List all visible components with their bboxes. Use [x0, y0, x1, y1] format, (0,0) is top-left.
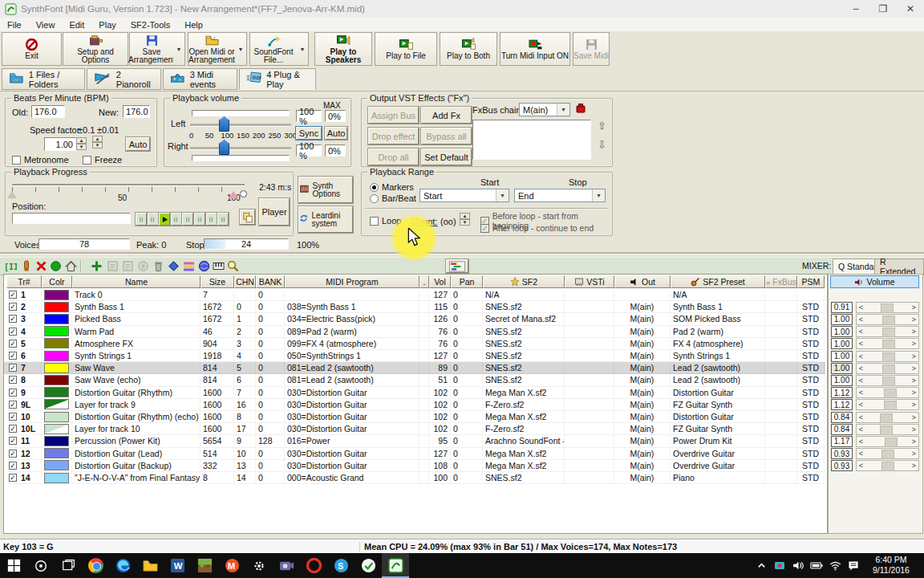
cell-pan[interactable]: 0: [451, 374, 483, 386]
synthfont-icon[interactable]: [382, 553, 409, 578]
track-color-swatch[interactable]: [44, 351, 69, 361]
table-row[interactable]: ✓9Distortion Guitar (Rhythm)160070030=Di…: [4, 387, 825, 399]
cell-chn[interactable]: [234, 289, 256, 301]
track-color-swatch[interactable]: [44, 460, 69, 470]
mixer-volume-value[interactable]: 1.00: [831, 314, 853, 325]
mixer-volume-slider[interactable]: <>: [856, 375, 919, 386]
cell-name[interactable]: Picked Bass: [72, 313, 201, 325]
delete-icon[interactable]: [34, 259, 48, 273]
cell-pan[interactable]: 0: [451, 313, 483, 325]
cell-num[interactable]: ✓7: [6, 362, 42, 374]
track-color-swatch[interactable]: [44, 448, 69, 458]
cell-dot[interactable]: [419, 289, 429, 301]
trash-icon[interactable]: [152, 259, 165, 273]
cell-psm[interactable]: STD: [797, 374, 825, 386]
cell-name[interactable]: Distortion Guitar (Lead): [72, 448, 201, 460]
cell-preset[interactable]: Distortion Guitar: [671, 411, 765, 423]
cell-chn[interactable]: 8: [234, 411, 256, 423]
cell-vol[interactable]: 51: [429, 374, 451, 386]
cell-num[interactable]: ✓13: [6, 460, 42, 472]
transport-button-1[interactable]: [136, 213, 147, 226]
mixer-volume-value[interactable]: 1.00: [831, 338, 853, 349]
progress-end-marker[interactable]: [229, 186, 238, 198]
slider-right-arrow-icon[interactable]: >: [910, 376, 918, 385]
cell-bank[interactable]: 0: [256, 362, 285, 374]
cell-preset[interactable]: FZ Guitar Synth: [671, 423, 765, 435]
cell-psm[interactable]: STD: [797, 399, 825, 411]
battery-icon[interactable]: [810, 560, 823, 572]
cell-chn[interactable]: 5: [234, 362, 256, 374]
slider-right-arrow-icon[interactable]: >: [910, 400, 918, 409]
cell-chn[interactable]: 13: [234, 460, 256, 472]
column-header-size[interactable]: Size: [201, 275, 234, 288]
slider-thumb[interactable]: [882, 340, 895, 349]
cell-vol[interactable]: 127: [429, 350, 451, 362]
cell-color[interactable]: [42, 448, 72, 460]
cell-pan[interactable]: 0: [451, 435, 483, 447]
transport-button-6[interactable]: [194, 213, 205, 226]
cell-vsti[interactable]: [565, 435, 614, 447]
cell-size[interactable]: 814: [201, 374, 234, 386]
cell-preset[interactable]: Piano: [671, 472, 765, 484]
cell-vol[interactable]: 76: [429, 338, 451, 350]
cell-vol[interactable]: 76: [429, 326, 451, 338]
camera-icon[interactable]: [273, 553, 300, 578]
cell-fxbus[interactable]: [765, 399, 797, 411]
slider-right-arrow-icon[interactable]: >: [910, 461, 918, 470]
toolbar-dropdown-arrow-icon[interactable]: ▼: [173, 32, 185, 66]
mixer-volume-value[interactable]: 0.84: [831, 424, 853, 435]
cell-num[interactable]: ✓6: [6, 350, 42, 362]
position-field[interactable]: [12, 213, 131, 224]
menu-play[interactable]: Play: [91, 19, 123, 31]
cell-vol[interactable]: 115: [429, 301, 451, 313]
cell-fxbus[interactable]: [765, 435, 797, 447]
cell-size[interactable]: 7: [201, 289, 234, 301]
cell-vol[interactable]: 102: [429, 387, 451, 399]
chrome-icon[interactable]: [82, 553, 109, 578]
slider-left-arrow-icon[interactable]: <: [857, 315, 865, 324]
event-list-toggle-icon[interactable]: [446, 259, 468, 273]
cell-vol[interactable]: 127: [429, 448, 451, 460]
blue-app-icon[interactable]: S: [327, 553, 355, 578]
slider-left-arrow-icon[interactable]: <: [857, 352, 865, 361]
track-color-swatch[interactable]: [44, 473, 69, 483]
cell-dot[interactable]: [419, 411, 429, 423]
cell-color[interactable]: [42, 350, 72, 362]
mixer-volume-slider[interactable]: <>: [856, 436, 919, 447]
layers-icon[interactable]: [182, 259, 196, 273]
cell-program[interactable]: 081=Lead 2 (sawtooth): [285, 374, 419, 386]
cell-num[interactable]: ✓11: [6, 435, 42, 447]
menu-help[interactable]: Help: [177, 19, 210, 31]
cell-preset[interactable]: Distortion Guitar: [671, 387, 765, 399]
count-spinner[interactable]: ▲▼: [460, 213, 470, 226]
cell-num[interactable]: ✓9L: [6, 399, 42, 411]
cell-num[interactable]: ✓1: [6, 289, 42, 301]
cell-pan[interactable]: 0: [451, 399, 483, 411]
wifi-icon[interactable]: [829, 560, 841, 572]
cell-psm[interactable]: STD: [797, 338, 825, 350]
cell-color[interactable]: [42, 338, 72, 350]
track-color-swatch[interactable]: [44, 326, 69, 336]
explorer-icon[interactable]: [136, 553, 164, 578]
cell-chn[interactable]: 10: [234, 448, 256, 460]
cell-chn[interactable]: 17: [234, 423, 256, 435]
cell-vsti[interactable]: [565, 326, 614, 338]
cell-dot[interactable]: [419, 423, 429, 435]
row-checkbox[interactable]: ✓: [9, 303, 17, 311]
cell-sf2[interactable]: N/A: [483, 289, 565, 301]
cell-pan[interactable]: 0: [451, 338, 483, 350]
mixer-volume-value[interactable]: 1.00: [831, 351, 853, 362]
table-row[interactable]: ✓1Track 0701270N/AN/A: [4, 289, 825, 301]
cell-bank[interactable]: 0: [256, 460, 285, 472]
cell-color[interactable]: [42, 362, 72, 374]
cell-pan[interactable]: 0: [451, 301, 483, 313]
row-checkbox[interactable]: ✓: [9, 437, 17, 445]
cell-pan[interactable]: 0: [451, 460, 483, 472]
cell-chn[interactable]: 3: [234, 338, 256, 350]
cell-size[interactable]: 8: [201, 472, 234, 484]
cell-preset[interactable]: Overdrive Guitar: [671, 460, 765, 472]
cell-sf2[interactable]: Mega Man X.sf2: [483, 460, 565, 472]
cell-name[interactable]: "J-E-N-O-V-A" from Final Fantasy VII, a.…: [72, 472, 201, 484]
mixer-volume-slider[interactable]: <>: [856, 448, 919, 459]
table-row[interactable]: ✓4Warm Pad4620089=Pad 2 (warm)760SNES.sf…: [4, 326, 825, 338]
